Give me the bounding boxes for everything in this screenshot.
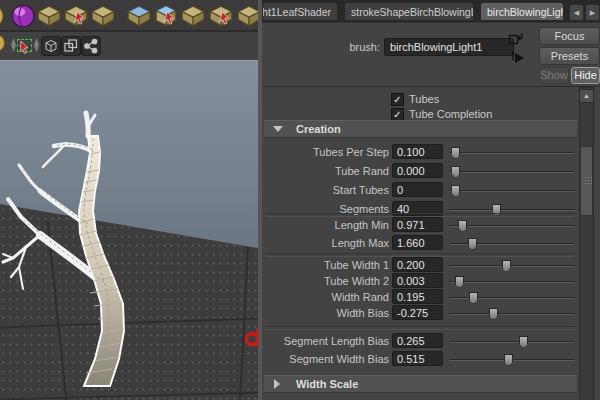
tube-width-2-field[interactable] (392, 273, 443, 288)
segment-width-bias-field[interactable] (392, 351, 443, 366)
width-bias-field[interactable] (392, 305, 443, 320)
shelf-toolbar (0, 0, 258, 32)
segment-length-bias-field[interactable] (392, 333, 443, 348)
shelf-poly-tool-icon-4[interactable] (236, 2, 258, 28)
tree-wireframe-model (0, 61, 258, 400)
tube-width-2-label: Tube Width 2 (324, 275, 389, 287)
group-separator (265, 326, 575, 330)
length-min-slider[interactable] (449, 219, 575, 232)
length-max-field[interactable] (392, 235, 443, 250)
tubes-per-step-slider[interactable] (449, 146, 575, 159)
shelf-poly-tool-icon-3[interactable] (180, 2, 206, 28)
width-rand-field[interactable] (392, 289, 443, 304)
shelf-poly-cursor-icon-1[interactable] (63, 2, 89, 28)
slider-handle[interactable] (502, 260, 511, 272)
length-max-row: Length Max (263, 235, 576, 252)
shelf-poly-tool-icon-2[interactable] (90, 2, 116, 28)
toolbar-secondary (0, 32, 258, 58)
tube-completion-checkbox-label: Tube Completion (409, 108, 492, 120)
slider-handle[interactable] (504, 354, 513, 366)
tab-scroll-left-button[interactable]: ◀ (569, 4, 584, 21)
tube-width-1-label: Tube Width 1 (324, 259, 389, 271)
slider-handle[interactable] (468, 238, 477, 250)
viewport-3d[interactable] (0, 60, 258, 400)
slider-handle[interactable] (519, 336, 528, 348)
width-bias-row: Width Bias (263, 305, 576, 322)
slider-handle[interactable] (455, 276, 464, 288)
tube-width-1-slider[interactable] (449, 259, 575, 272)
focus-button[interactable]: Focus (539, 27, 600, 45)
brush-label: brush: (349, 41, 380, 53)
slider-handle[interactable] (469, 292, 478, 304)
tube-width-1-field[interactable] (392, 257, 443, 272)
brush-name-field[interactable] (384, 38, 514, 56)
start-tubes-slider[interactable] (449, 184, 575, 197)
panel-header: brush: Focus Presets Show Hide (262, 22, 600, 86)
tab-bar: Light1LeafShader strokeShapeBirchBlowing… (262, 0, 600, 23)
separator-diamond-icon (11, 38, 16, 52)
segment-length-bias-label: Segment Length Bias (284, 335, 389, 347)
shelf-cube-blue-icon[interactable] (153, 2, 179, 28)
tubes-per-step-label: Tubes Per Step (313, 146, 389, 158)
tab-brush-active[interactable]: birchBlowingLight1 (480, 2, 564, 20)
tube-width-1-row: Tube Width 1 (263, 257, 576, 274)
width-rand-slider[interactable] (449, 291, 575, 304)
width-scale-section-header[interactable]: Width Scale (264, 375, 577, 393)
start-tubes-row: Start Tubes (263, 182, 576, 199)
scrollbar-thumb[interactable] (580, 146, 593, 216)
tab-scroll-right-button[interactable]: ▶ (585, 4, 600, 21)
slider-handle[interactable] (458, 220, 467, 232)
hide-button[interactable]: Hide (571, 67, 600, 84)
tubes-per-step-row: Tubes Per Step (263, 144, 576, 161)
slider-handle[interactable] (489, 308, 498, 320)
width-bias-label: Width Bias (336, 307, 389, 319)
width-bias-slider[interactable] (449, 307, 575, 320)
tube-width-2-row: Tube Width 2 (263, 273, 576, 290)
tube-rand-slider[interactable] (449, 165, 575, 178)
share-node-button[interactable] (81, 36, 101, 56)
slider-handle[interactable] (451, 147, 460, 159)
duplicate-button[interactable] (61, 36, 81, 56)
creation-section-header[interactable]: Creation (264, 120, 577, 138)
segment-width-bias-row: Segment Width Bias (263, 351, 576, 368)
slider-handle[interactable] (451, 166, 460, 178)
shelf-purple-sphere-icon[interactable] (9, 2, 35, 28)
show-input-connections-icon[interactable] (508, 31, 524, 46)
tube-rand-row: Tube Rand (263, 163, 576, 180)
tube-width-2-slider[interactable] (449, 275, 575, 288)
length-min-field[interactable] (392, 217, 443, 232)
segment-length-bias-row: Segment Length Bias (263, 333, 576, 350)
tube-rand-field[interactable] (392, 163, 443, 178)
maya-window: Light1LeafShader strokeShapeBirchBlowing… (0, 0, 600, 400)
tab-leaf-shader[interactable]: Light1LeafShader (262, 2, 338, 20)
gold-sphere-cut-icon[interactable] (0, 33, 9, 53)
tubes-checkbox[interactable]: ✓ (391, 93, 404, 106)
presets-button[interactable]: Presets (539, 47, 600, 65)
width-rand-row: Width Rand (263, 289, 576, 306)
attribute-editor-panel: Light1LeafShader strokeShapeBirchBlowing… (258, 0, 600, 400)
shelf-poly-tool-icon-1[interactable] (36, 2, 62, 28)
slider-handle[interactable] (451, 185, 460, 197)
scrollbar-up-button[interactable]: ▲ (579, 89, 594, 103)
select-cursor-icon (20, 41, 32, 54)
tube-rand-label: Tube Rand (335, 165, 389, 177)
scrollbar-track[interactable] (579, 87, 594, 400)
isolate-cube-button[interactable] (41, 36, 61, 56)
shelf-poly-cursor-icon-2[interactable] (208, 2, 234, 28)
segment-width-bias-slider[interactable] (449, 353, 575, 366)
width-scale-section-title: Width Scale (296, 378, 358, 390)
segment-length-bias-slider[interactable] (449, 335, 575, 348)
shelf-poly-blue-icon[interactable] (126, 2, 152, 28)
tubes-per-step-field[interactable] (392, 144, 443, 159)
attributes-scroll-area: ✓ Tubes ✓ Tube Completion Creation Tubes… (263, 86, 600, 400)
tubes-checkbox-label: Tubes (409, 93, 439, 105)
expand-arrow-icon (274, 379, 280, 389)
show-output-connections-icon[interactable] (511, 49, 527, 64)
length-max-slider[interactable] (449, 237, 575, 250)
start-tubes-field[interactable] (392, 182, 443, 197)
tab-stroke-shape[interactable]: strokeShapeBirchBlowingLight1 (344, 2, 474, 20)
length-min-label: Length Min (335, 219, 389, 231)
length-min-row: Length Min (263, 217, 576, 234)
collapse-arrow-icon (273, 126, 283, 132)
show-button[interactable]: Show (539, 67, 569, 84)
